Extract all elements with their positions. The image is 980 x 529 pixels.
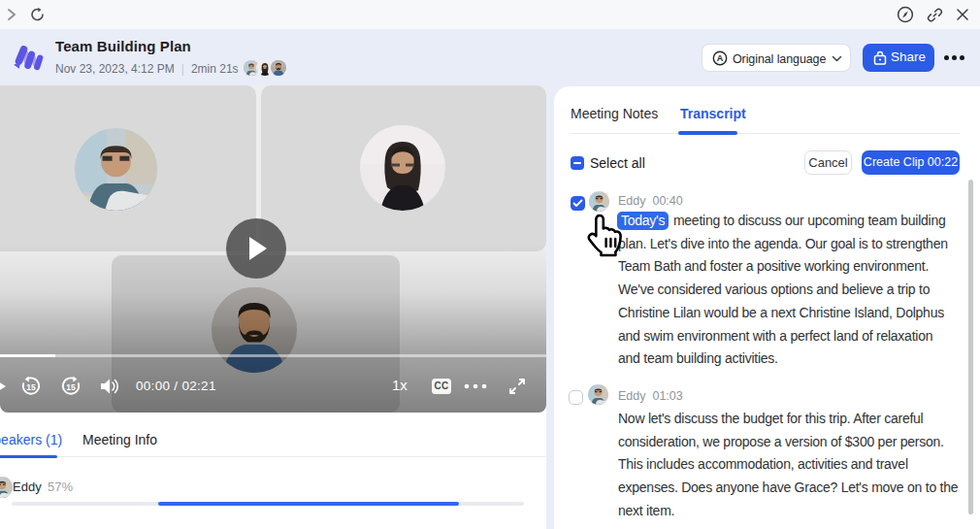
svg-text:15: 15 [26, 382, 36, 392]
svg-text:A: A [717, 53, 724, 63]
svg-text:15: 15 [66, 382, 76, 392]
